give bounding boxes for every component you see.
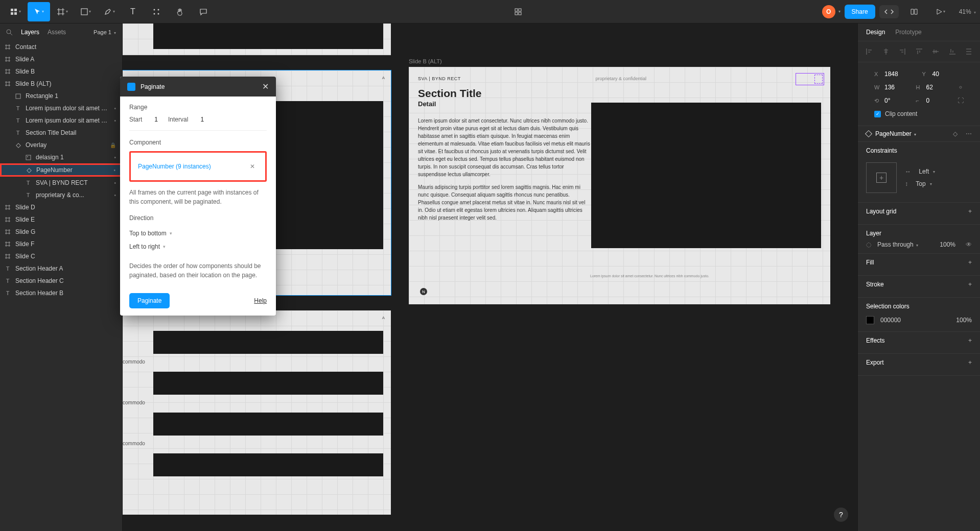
help-fab[interactable]: ? bbox=[834, 508, 848, 522]
frame-thumbnail[interactable] bbox=[123, 23, 391, 55]
svg-point-3 bbox=[154, 13, 155, 14]
go-to-main-icon[interactable]: ◇ bbox=[953, 130, 958, 137]
prototype-tab[interactable]: Prototype bbox=[895, 29, 921, 36]
layer-item[interactable]: TLorem ipsum dolor sit amet co...• bbox=[0, 114, 122, 127]
layer-item[interactable]: TSection Header A bbox=[0, 262, 122, 275]
comment-tool[interactable] bbox=[192, 2, 215, 21]
help-link[interactable]: Help bbox=[254, 297, 267, 304]
constraint-vertical[interactable]: ↕ Top ▾ bbox=[905, 180, 935, 187]
lock-icon[interactable]: 🔒 bbox=[110, 142, 118, 148]
slide-header-text: SVA | BYND RECT bbox=[418, 76, 461, 81]
component-name-label[interactable]: PageNumber ▾ bbox=[875, 130, 916, 137]
link-dimensions-icon[interactable] bbox=[958, 84, 964, 90]
layer-item[interactable]: TSection Title Detail bbox=[0, 127, 122, 139]
layer-item[interactable]: PageNumber• bbox=[0, 163, 122, 177]
page-selector[interactable]: Page 1 ▾ bbox=[94, 29, 116, 35]
svg-rect-12 bbox=[26, 155, 31, 160]
layer-item[interactable]: Slide E bbox=[0, 213, 122, 226]
section-title: Section Title bbox=[418, 87, 481, 100]
align-left-icon[interactable] bbox=[864, 46, 874, 57]
layer-item[interactable]: Rectangle 1 bbox=[0, 90, 122, 102]
text-tool[interactable]: T bbox=[122, 2, 144, 21]
search-icon[interactable] bbox=[6, 29, 13, 36]
resources-tool[interactable] bbox=[145, 2, 168, 21]
x-field[interactable]: X1848 bbox=[874, 70, 916, 78]
layer-item[interactable]: TSVA | BYND RECT• bbox=[0, 177, 122, 189]
visibility-icon[interactable]: 👁 bbox=[966, 241, 972, 248]
start-field[interactable]: Start 1 bbox=[129, 116, 158, 123]
layer-item[interactable]: TSection Header B bbox=[0, 287, 122, 299]
align-vcenter-icon[interactable] bbox=[930, 46, 941, 57]
design-tab[interactable]: Design bbox=[866, 29, 885, 36]
hand-tool[interactable] bbox=[169, 2, 191, 21]
more-icon[interactable]: ⋯ bbox=[966, 130, 972, 137]
frame-tool[interactable]: ▾ bbox=[51, 2, 74, 21]
layer-item[interactable]: delasign 1• bbox=[0, 151, 122, 163]
layer-item[interactable]: Slide A bbox=[0, 53, 122, 65]
direction-top-bottom[interactable]: Top to bottom▾ bbox=[129, 227, 267, 240]
avatar-group[interactable]: O▾ bbox=[822, 5, 841, 18]
main-menu-button[interactable]: ▾ bbox=[4, 2, 27, 21]
add-export[interactable]: + bbox=[968, 359, 972, 366]
layer-item[interactable]: Slide B bbox=[0, 65, 122, 78]
dev-mode-button[interactable] bbox=[879, 5, 899, 18]
frame-label[interactable]: Slide B (ALT) bbox=[409, 58, 442, 64]
frame-thumbnail[interactable]: A commodo commodo commodo bbox=[123, 310, 391, 515]
direction-left-right[interactable]: Left to right▾ bbox=[129, 240, 267, 253]
y-field[interactable]: Y40 bbox=[922, 70, 964, 78]
caption-text: commodo bbox=[123, 400, 145, 405]
present-button[interactable]: ▾ bbox=[929, 2, 952, 21]
align-right-icon[interactable] bbox=[897, 46, 907, 57]
layers-tab[interactable]: Layers bbox=[21, 29, 39, 36]
paginate-button[interactable]: Paginate bbox=[129, 293, 170, 308]
interval-field[interactable]: Interval 1 bbox=[168, 116, 204, 123]
layer-item[interactable]: Contact bbox=[0, 41, 122, 53]
layer-item[interactable]: Tproprietary & co...• bbox=[0, 189, 122, 201]
pen-tool[interactable]: ▾ bbox=[98, 2, 121, 21]
layer-type-icon: T bbox=[25, 179, 32, 186]
dialog-header[interactable]: Paginate ✕ bbox=[120, 77, 276, 96]
constraint-horizontal[interactable]: ↔ Left ▾ bbox=[905, 168, 935, 175]
layer-marker: • bbox=[114, 106, 118, 111]
app-switcher-icon[interactable] bbox=[507, 2, 529, 21]
layer-item[interactable]: Slide D bbox=[0, 201, 122, 213]
color-hex[interactable]: 000000 bbox=[880, 317, 901, 324]
slide-b-alt-frame[interactable]: SVA | BYND RECT proprietary & confidenti… bbox=[409, 67, 830, 304]
independent-corners-icon[interactable]: ⛶ bbox=[958, 97, 964, 104]
color-opacity[interactable]: 100% bbox=[956, 317, 972, 324]
rotation-field[interactable]: ⟲0° bbox=[874, 97, 910, 104]
clip-content-checkbox[interactable]: ✓ Clip content bbox=[874, 110, 917, 117]
layer-item[interactable]: TSection Header C bbox=[0, 275, 122, 287]
selected-pagenumber-instance[interactable] bbox=[796, 73, 824, 85]
radius-field[interactable]: ⌐0 bbox=[916, 97, 952, 104]
library-icon[interactable] bbox=[903, 2, 925, 21]
shape-tool[interactable]: ▾ bbox=[75, 2, 97, 21]
add-stroke[interactable]: + bbox=[968, 281, 972, 288]
height-field[interactable]: H62 bbox=[916, 84, 952, 91]
add-fill[interactable]: + bbox=[968, 259, 972, 266]
close-icon[interactable]: ✕ bbox=[262, 82, 269, 91]
layer-item[interactable]: Overlay🔒 bbox=[0, 139, 122, 151]
move-tool[interactable]: ▾ bbox=[28, 2, 50, 21]
layer-name: Slide G bbox=[15, 228, 35, 235]
layer-item[interactable]: Slide G bbox=[0, 226, 122, 238]
align-bottom-icon[interactable] bbox=[947, 46, 958, 57]
layer-item[interactable]: TLorem ipsum dolor sit amet co...• bbox=[0, 102, 122, 114]
layer-item[interactable]: Slide B (ALT) bbox=[0, 78, 122, 90]
share-button[interactable]: Share bbox=[845, 5, 875, 19]
width-field[interactable]: W136 bbox=[874, 84, 910, 91]
opacity-field[interactable]: 100% bbox=[940, 241, 955, 248]
layer-item[interactable]: Slide C bbox=[0, 250, 122, 262]
color-swatch[interactable] bbox=[866, 316, 874, 324]
constraints-widget[interactable]: + bbox=[866, 162, 897, 193]
assets-tab[interactable]: Assets bbox=[48, 29, 66, 36]
distribute-icon[interactable] bbox=[964, 46, 974, 57]
add-layout-grid[interactable]: + bbox=[968, 208, 972, 215]
blend-mode-select[interactable]: Pass through ▾ bbox=[877, 241, 918, 248]
zoom-level[interactable]: 41% ▾ bbox=[959, 8, 976, 15]
clear-component-icon[interactable]: ✕ bbox=[247, 161, 258, 172]
align-top-icon[interactable] bbox=[914, 46, 924, 57]
align-hcenter-icon[interactable] bbox=[881, 46, 891, 57]
add-effect[interactable]: + bbox=[968, 337, 972, 344]
layer-item[interactable]: Slide F bbox=[0, 238, 122, 250]
